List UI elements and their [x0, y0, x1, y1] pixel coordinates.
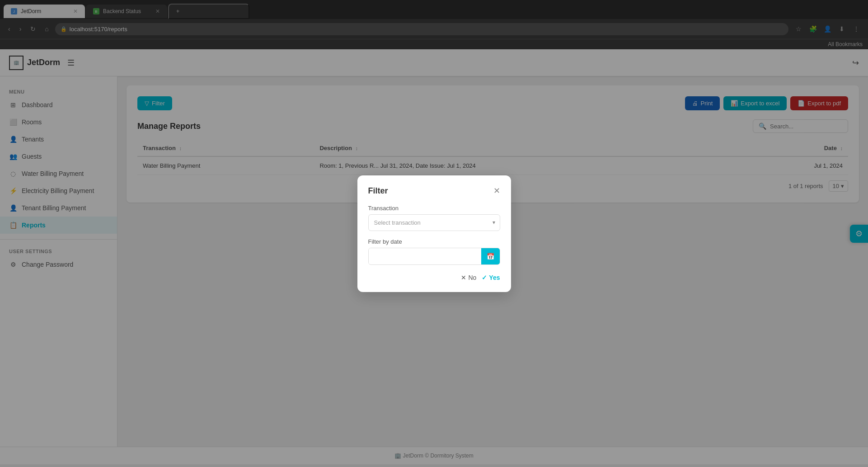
filter-modal: Filter ✕ Transaction Select transaction … [357, 175, 511, 292]
modal-close-button[interactable]: ✕ [493, 187, 500, 195]
date-input-wrapper: 📅 [368, 248, 500, 265]
modal-no-button[interactable]: ✕ No [461, 274, 476, 281]
modal-header: Filter ✕ [368, 186, 500, 196]
date-picker-button[interactable]: 📅 [481, 248, 500, 264]
date-form-group: Filter by date 📅 [368, 238, 500, 265]
transaction-label: Transaction [368, 205, 500, 212]
no-x-icon: ✕ [461, 274, 466, 281]
calendar-icon: 📅 [487, 253, 494, 260]
modal-footer: ✕ No ✓ Yes [368, 274, 500, 281]
modal-yes-button[interactable]: ✓ Yes [482, 274, 500, 281]
filter-date-label: Filter by date [368, 238, 500, 245]
no-label: No [468, 274, 476, 281]
transaction-select[interactable]: Select transaction Water Billing Payment… [369, 215, 500, 231]
modal-body: Transaction Select transaction Water Bil… [368, 205, 500, 265]
modal-overlay[interactable]: Filter ✕ Transaction Select transaction … [0, 0, 868, 464]
yes-check-icon: ✓ [482, 274, 487, 281]
modal-title: Filter [368, 186, 388, 196]
yes-label: Yes [489, 274, 500, 281]
transaction-select-wrapper[interactable]: Select transaction Water Billing Payment… [368, 214, 500, 231]
transaction-form-group: Transaction Select transaction Water Bil… [368, 205, 500, 231]
date-input[interactable] [369, 248, 481, 264]
